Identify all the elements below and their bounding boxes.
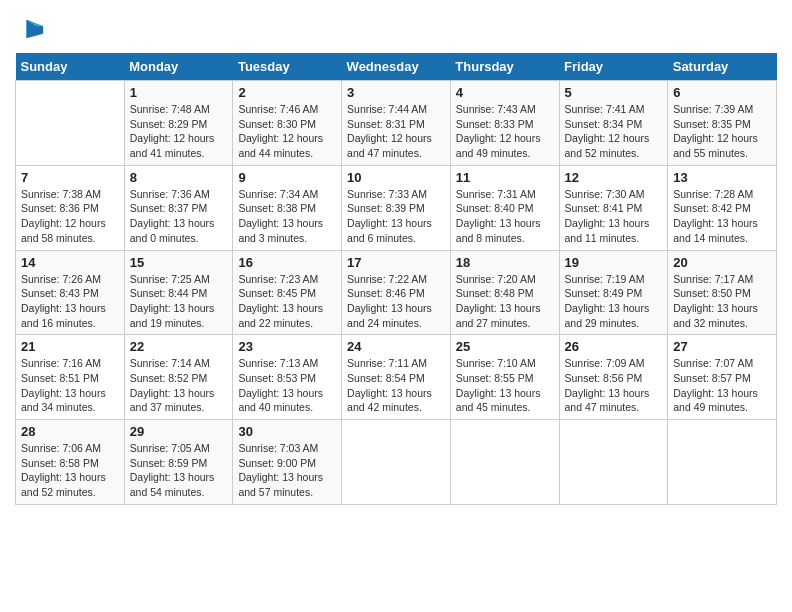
day-number: 8: [130, 170, 228, 185]
day-cell: 18Sunrise: 7:20 AM Sunset: 8:48 PM Dayli…: [450, 250, 559, 335]
day-info: Sunrise: 7:09 AM Sunset: 8:56 PM Dayligh…: [565, 356, 663, 415]
day-number: 23: [238, 339, 336, 354]
day-info: Sunrise: 7:16 AM Sunset: 8:51 PM Dayligh…: [21, 356, 119, 415]
svg-marker-0: [26, 20, 43, 39]
day-cell: 16Sunrise: 7:23 AM Sunset: 8:45 PM Dayli…: [233, 250, 342, 335]
day-info: Sunrise: 7:19 AM Sunset: 8:49 PM Dayligh…: [565, 272, 663, 331]
day-cell: 24Sunrise: 7:11 AM Sunset: 8:54 PM Dayli…: [342, 335, 451, 420]
day-number: 22: [130, 339, 228, 354]
day-cell: 23Sunrise: 7:13 AM Sunset: 8:53 PM Dayli…: [233, 335, 342, 420]
header-tuesday: Tuesday: [233, 53, 342, 81]
day-cell: 13Sunrise: 7:28 AM Sunset: 8:42 PM Dayli…: [668, 165, 777, 250]
day-cell: 7Sunrise: 7:38 AM Sunset: 8:36 PM Daylig…: [16, 165, 125, 250]
day-cell: 2Sunrise: 7:46 AM Sunset: 8:30 PM Daylig…: [233, 81, 342, 166]
header-saturday: Saturday: [668, 53, 777, 81]
day-info: Sunrise: 7:44 AM Sunset: 8:31 PM Dayligh…: [347, 102, 445, 161]
day-info: Sunrise: 7:25 AM Sunset: 8:44 PM Dayligh…: [130, 272, 228, 331]
day-cell: 11Sunrise: 7:31 AM Sunset: 8:40 PM Dayli…: [450, 165, 559, 250]
day-number: 6: [673, 85, 771, 100]
day-number: 21: [21, 339, 119, 354]
day-cell: 3Sunrise: 7:44 AM Sunset: 8:31 PM Daylig…: [342, 81, 451, 166]
day-number: 17: [347, 255, 445, 270]
day-info: Sunrise: 7:05 AM Sunset: 8:59 PM Dayligh…: [130, 441, 228, 500]
day-info: Sunrise: 7:41 AM Sunset: 8:34 PM Dayligh…: [565, 102, 663, 161]
day-cell: [16, 81, 125, 166]
day-info: Sunrise: 7:22 AM Sunset: 8:46 PM Dayligh…: [347, 272, 445, 331]
day-info: Sunrise: 7:38 AM Sunset: 8:36 PM Dayligh…: [21, 187, 119, 246]
day-number: 26: [565, 339, 663, 354]
week-row-1: 1Sunrise: 7:48 AM Sunset: 8:29 PM Daylig…: [16, 81, 777, 166]
header-friday: Friday: [559, 53, 668, 81]
day-info: Sunrise: 7:43 AM Sunset: 8:33 PM Dayligh…: [456, 102, 554, 161]
day-info: Sunrise: 7:07 AM Sunset: 8:57 PM Dayligh…: [673, 356, 771, 415]
day-number: 27: [673, 339, 771, 354]
day-number: 3: [347, 85, 445, 100]
day-cell: [668, 420, 777, 505]
header-thursday: Thursday: [450, 53, 559, 81]
day-cell: 19Sunrise: 7:19 AM Sunset: 8:49 PM Dayli…: [559, 250, 668, 335]
day-number: 9: [238, 170, 336, 185]
day-number: 28: [21, 424, 119, 439]
header-monday: Monday: [124, 53, 233, 81]
day-number: 19: [565, 255, 663, 270]
day-info: Sunrise: 7:28 AM Sunset: 8:42 PM Dayligh…: [673, 187, 771, 246]
day-cell: 15Sunrise: 7:25 AM Sunset: 8:44 PM Dayli…: [124, 250, 233, 335]
day-number: 25: [456, 339, 554, 354]
day-info: Sunrise: 7:33 AM Sunset: 8:39 PM Dayligh…: [347, 187, 445, 246]
day-cell: 6Sunrise: 7:39 AM Sunset: 8:35 PM Daylig…: [668, 81, 777, 166]
week-row-3: 14Sunrise: 7:26 AM Sunset: 8:43 PM Dayli…: [16, 250, 777, 335]
day-number: 30: [238, 424, 336, 439]
day-number: 11: [456, 170, 554, 185]
day-cell: 14Sunrise: 7:26 AM Sunset: 8:43 PM Dayli…: [16, 250, 125, 335]
day-cell: 30Sunrise: 7:03 AM Sunset: 9:00 PM Dayli…: [233, 420, 342, 505]
day-cell: 25Sunrise: 7:10 AM Sunset: 8:55 PM Dayli…: [450, 335, 559, 420]
day-info: Sunrise: 7:48 AM Sunset: 8:29 PM Dayligh…: [130, 102, 228, 161]
day-info: Sunrise: 7:20 AM Sunset: 8:48 PM Dayligh…: [456, 272, 554, 331]
week-row-4: 21Sunrise: 7:16 AM Sunset: 8:51 PM Dayli…: [16, 335, 777, 420]
day-number: 2: [238, 85, 336, 100]
day-number: 1: [130, 85, 228, 100]
day-number: 14: [21, 255, 119, 270]
day-info: Sunrise: 7:26 AM Sunset: 8:43 PM Dayligh…: [21, 272, 119, 331]
day-number: 24: [347, 339, 445, 354]
day-cell: [559, 420, 668, 505]
day-cell: [450, 420, 559, 505]
day-info: Sunrise: 7:46 AM Sunset: 8:30 PM Dayligh…: [238, 102, 336, 161]
day-info: Sunrise: 7:23 AM Sunset: 8:45 PM Dayligh…: [238, 272, 336, 331]
header-sunday: Sunday: [16, 53, 125, 81]
day-number: 20: [673, 255, 771, 270]
day-cell: 10Sunrise: 7:33 AM Sunset: 8:39 PM Dayli…: [342, 165, 451, 250]
day-number: 18: [456, 255, 554, 270]
day-cell: 12Sunrise: 7:30 AM Sunset: 8:41 PM Dayli…: [559, 165, 668, 250]
day-info: Sunrise: 7:36 AM Sunset: 8:37 PM Dayligh…: [130, 187, 228, 246]
day-number: 29: [130, 424, 228, 439]
day-info: Sunrise: 7:30 AM Sunset: 8:41 PM Dayligh…: [565, 187, 663, 246]
week-row-2: 7Sunrise: 7:38 AM Sunset: 8:36 PM Daylig…: [16, 165, 777, 250]
day-cell: 8Sunrise: 7:36 AM Sunset: 8:37 PM Daylig…: [124, 165, 233, 250]
day-info: Sunrise: 7:34 AM Sunset: 8:38 PM Dayligh…: [238, 187, 336, 246]
day-cell: 1Sunrise: 7:48 AM Sunset: 8:29 PM Daylig…: [124, 81, 233, 166]
day-info: Sunrise: 7:06 AM Sunset: 8:58 PM Dayligh…: [21, 441, 119, 500]
day-cell: 9Sunrise: 7:34 AM Sunset: 8:38 PM Daylig…: [233, 165, 342, 250]
calendar-table: SundayMondayTuesdayWednesdayThursdayFrid…: [15, 53, 777, 505]
day-cell: 20Sunrise: 7:17 AM Sunset: 8:50 PM Dayli…: [668, 250, 777, 335]
day-cell: 29Sunrise: 7:05 AM Sunset: 8:59 PM Dayli…: [124, 420, 233, 505]
day-number: 4: [456, 85, 554, 100]
day-number: 12: [565, 170, 663, 185]
day-cell: 22Sunrise: 7:14 AM Sunset: 8:52 PM Dayli…: [124, 335, 233, 420]
day-number: 7: [21, 170, 119, 185]
day-cell: 4Sunrise: 7:43 AM Sunset: 8:33 PM Daylig…: [450, 81, 559, 166]
day-info: Sunrise: 7:39 AM Sunset: 8:35 PM Dayligh…: [673, 102, 771, 161]
day-info: Sunrise: 7:13 AM Sunset: 8:53 PM Dayligh…: [238, 356, 336, 415]
day-info: Sunrise: 7:17 AM Sunset: 8:50 PM Dayligh…: [673, 272, 771, 331]
day-number: 16: [238, 255, 336, 270]
day-info: Sunrise: 7:03 AM Sunset: 9:00 PM Dayligh…: [238, 441, 336, 500]
day-number: 5: [565, 85, 663, 100]
day-info: Sunrise: 7:14 AM Sunset: 8:52 PM Dayligh…: [130, 356, 228, 415]
day-info: Sunrise: 7:10 AM Sunset: 8:55 PM Dayligh…: [456, 356, 554, 415]
day-cell: 28Sunrise: 7:06 AM Sunset: 8:58 PM Dayli…: [16, 420, 125, 505]
day-number: 10: [347, 170, 445, 185]
logo-icon: [17, 15, 45, 43]
day-cell: [342, 420, 451, 505]
calendar-header-row: SundayMondayTuesdayWednesdayThursdayFrid…: [16, 53, 777, 81]
